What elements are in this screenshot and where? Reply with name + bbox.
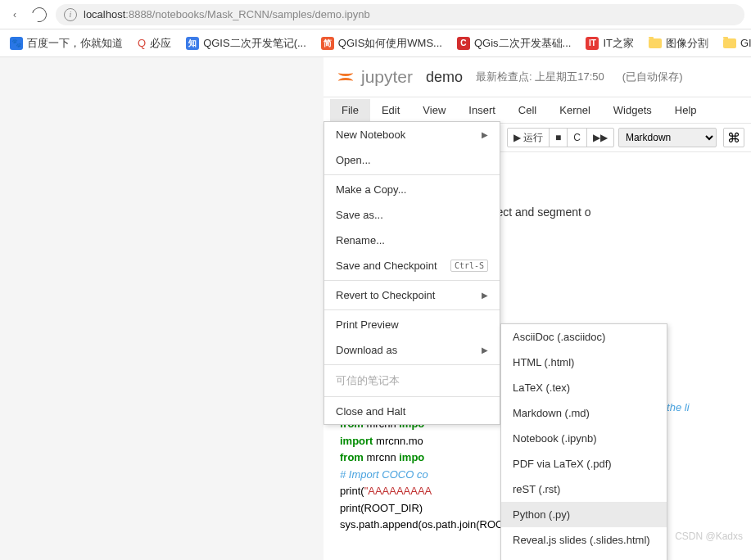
download-latex[interactable]: LaTeX (.tex) (501, 375, 667, 400)
download-revealjs[interactable]: Reveal.js slides (.slides.html) (501, 527, 667, 553)
refresh-button[interactable] (31, 7, 48, 23)
menu-separator (324, 174, 500, 175)
menu-close-halt[interactable]: Close and Halt (324, 399, 500, 424)
bookmark-label: GIS (740, 37, 751, 49)
menu-help[interactable]: Help (663, 99, 708, 121)
bookmark-label: 百度一下，你就知道 (27, 36, 123, 51)
menu-view[interactable]: View (411, 99, 457, 121)
file-dropdown-menu: New Notebook▶ Open... Make a Copy... Sav… (323, 121, 500, 425)
bookmark-bing[interactable]: Q 必应 (138, 36, 171, 51)
download-markdown[interactable]: Markdown (.md) (501, 400, 667, 426)
zhihu-icon: 知 (186, 37, 199, 50)
menu-separator (324, 280, 500, 281)
menu-new-notebook[interactable]: New Notebook▶ (324, 122, 500, 147)
download-as-submenu: AsciiDoc (.asciidoc) HTML (.html) LaTeX … (500, 323, 667, 560)
menu-save-checkpoint[interactable]: Save and CheckpointCtrl-S (324, 253, 500, 278)
bookmark-folder-gis[interactable]: GIS (723, 37, 751, 49)
ithome-icon: IT (586, 37, 599, 50)
jianshu-icon: 简 (321, 37, 334, 50)
info-icon[interactable]: i (64, 8, 77, 21)
download-pdf-latex[interactable]: PDF via LaTeX (.pdf) (501, 451, 667, 476)
notebook-name[interactable]: demo (426, 69, 463, 86)
download-pdf-html[interactable]: PDF via HTML (.html) (501, 553, 667, 560)
menubar: File Edit View Insert Cell Kernel Widget… (323, 97, 751, 123)
menu-separator (324, 364, 500, 365)
chevron-right-icon: ▶ (482, 291, 488, 300)
menu-download-as[interactable]: Download as▶ (324, 337, 500, 363)
bookmark-label: IT之家 (603, 36, 634, 51)
menu-kernel[interactable]: Kernel (548, 99, 602, 121)
bookmark-qgis-wms[interactable]: 简 QGIS如何使用WMS... (321, 36, 442, 51)
address-bar[interactable]: i localhost:8888/notebooks/Mask_RCNN/sam… (56, 4, 744, 25)
bookmark-label: 图像分割 (666, 36, 708, 51)
menu-separator (324, 396, 500, 397)
bookmark-qgis-basic[interactable]: C QGis二次开发基础... (457, 36, 571, 51)
menu-widgets[interactable]: Widgets (602, 99, 663, 121)
bookmark-qgis-dev[interactable]: 知 QGIS二次开发笔记(... (186, 36, 306, 51)
jupyter-logo-text: jupyter (361, 67, 413, 87)
chevron-right-icon: ▶ (482, 345, 488, 355)
browser-toolbar: ‹ i localhost:8888/notebooks/Mask_RCNN/s… (0, 0, 751, 29)
chevron-right-icon: ▶ (482, 130, 488, 139)
stop-button[interactable]: ■ (550, 129, 568, 147)
bookmark-folder-seg[interactable]: 图像分割 (649, 36, 708, 51)
download-notebook[interactable]: Notebook (.ipynb) (501, 426, 667, 451)
stop-icon: ■ (555, 132, 561, 143)
back-button[interactable]: ‹ (7, 7, 23, 23)
run-button[interactable]: ▶运行 (508, 129, 550, 147)
menu-trusted: 可信的笔记本 (324, 367, 500, 395)
bookmark-ithome[interactable]: IT IT之家 (586, 36, 634, 51)
menu-edit[interactable]: Edit (370, 99, 411, 121)
jupyter-header: jupyter demo 最新检查点: 上星期五17:50 (已自动保存) (323, 57, 751, 97)
autosave-status: (已自动保存) (622, 70, 683, 84)
menu-save-as[interactable]: Save as... (324, 202, 500, 228)
restart-icon: C (573, 132, 581, 143)
menu-print-preview[interactable]: Print Preview (324, 312, 500, 337)
csdn-icon: C (457, 37, 470, 50)
watermark: CSDN @Kadxs (675, 531, 743, 542)
restart-button[interactable]: C (568, 129, 587, 147)
menu-cell[interactable]: Cell (507, 99, 548, 121)
download-asciidoc[interactable]: AsciiDoc (.asciidoc) (501, 324, 667, 350)
menu-file[interactable]: File (330, 99, 370, 121)
play-icon: ▶ (513, 132, 521, 143)
bookmark-baidu[interactable]: 🐾 百度一下，你就知道 (10, 36, 123, 51)
refresh-icon (29, 4, 50, 25)
download-html[interactable]: HTML (.html) (501, 350, 667, 375)
search-icon: Q (138, 37, 146, 49)
baidu-icon: 🐾 (10, 37, 23, 50)
folder-icon (723, 38, 736, 48)
menu-rename[interactable]: Rename... (324, 228, 500, 253)
menu-separator (324, 309, 500, 310)
bookmark-label: 必应 (150, 36, 171, 51)
jupyter-logo-icon (335, 66, 356, 88)
jupyter-logo[interactable]: jupyter (335, 66, 413, 88)
bookmarks-bar: 🐾 百度一下，你就知道 Q 必应 知 QGIS二次开发笔记(... 简 QGIS… (0, 29, 751, 57)
keyboard-icon: ⌘ (727, 130, 740, 146)
menu-revert[interactable]: Revert to Checkpoint▶ (324, 282, 500, 308)
url-host: localhost (84, 8, 125, 20)
download-python[interactable]: Python (.py) (501, 502, 667, 527)
folder-icon (649, 38, 662, 48)
fast-forward-icon: ▶▶ (593, 132, 608, 143)
shortcut-badge: Ctrl-S (450, 260, 488, 272)
url-path: /notebooks/Mask_RCNN/samples/demo.ipynb (152, 8, 370, 20)
bookmark-label: QGIS二次开发笔记(... (203, 36, 306, 51)
command-palette-button[interactable]: ⌘ (723, 128, 744, 147)
restart-run-button[interactable]: ▶▶ (587, 129, 613, 147)
url-port: :8888 (125, 8, 152, 20)
menu-make-copy[interactable]: Make a Copy... (324, 177, 500, 202)
checkpoint-info: 最新检查点: 上星期五17:50 (476, 70, 604, 84)
menu-open[interactable]: Open... (324, 147, 500, 173)
bookmark-label: QGIS如何使用WMS... (338, 36, 442, 51)
bookmark-label: QGis二次开发基础... (474, 36, 571, 51)
celltype-select[interactable]: Markdown (618, 128, 717, 147)
download-rest[interactable]: reST (.rst) (501, 476, 667, 502)
menu-insert[interactable]: Insert (457, 99, 507, 121)
